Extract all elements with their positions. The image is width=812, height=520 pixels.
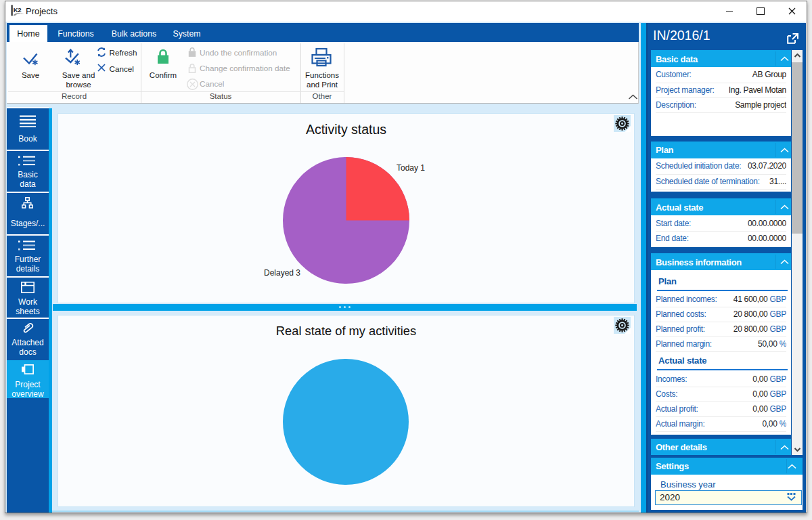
svg-text:K2: K2 bbox=[14, 6, 21, 14]
